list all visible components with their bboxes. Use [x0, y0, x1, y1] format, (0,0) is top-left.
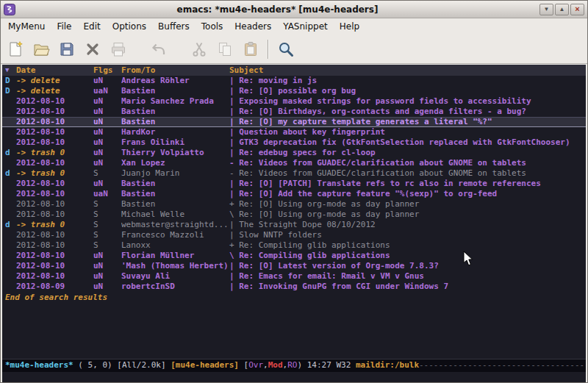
menu-mymenu[interactable]: MyMenu — [2, 18, 51, 35]
message-date: 2012-08-10 — [16, 251, 93, 261]
message-row[interactable]: 2012-08-10 uN 'Mash (Thomas Herbert) | R… — [2, 261, 586, 271]
message-flags: uaN — [93, 86, 121, 96]
message-mark — [5, 96, 16, 107]
message-mark — [5, 251, 16, 261]
message-row[interactable]: 2012-08-10 uN Florian Müllner \ Re: Comp… — [2, 251, 586, 261]
message-flags: uN — [93, 96, 121, 107]
message-flags: uaN — [93, 189, 121, 199]
message-date: 2012-08-10 — [16, 179, 93, 189]
message-from: Lanoxx — [121, 240, 229, 251]
message-row[interactable]: 2012-08-10 uN Xan Lopez - Re: Videos fro… — [2, 158, 586, 168]
menu-bar: MyMenuFileEditOptionsBuffersToolsHeaders… — [1, 18, 587, 35]
message-row[interactable]: 2012-08-10 uN HardKor | Question about k… — [2, 127, 586, 137]
echo-area[interactable] — [2, 372, 586, 382]
menu-edit[interactable]: Edit — [78, 18, 107, 35]
message-row[interactable]: 2012-08-10 uaN Bastien | Re: [O] Add the… — [2, 189, 586, 199]
modeline-buffer: *mu4e-headers* — [5, 360, 74, 370]
message-flags: uN — [93, 137, 121, 148]
message-mark: D — [5, 76, 16, 86]
message-row[interactable]: 2012-08-10 uN Suvayu Ali | Re: Emacs for… — [2, 271, 586, 282]
save-buffer-button[interactable] — [56, 38, 78, 60]
message-row[interactable]: 2012-08-10 uN Bastien | Re: [O] [PATCH] … — [2, 179, 586, 189]
message-mark — [5, 158, 16, 168]
mode-line[interactable]: *mu4e-headers* ( 5, 0) [All/2.0k] [mu4e-… — [2, 359, 586, 372]
message-date: 2012-08-10 — [16, 230, 93, 240]
message-from: Michael Welle — [121, 210, 229, 220]
message-row[interactable]: 2012-08-10 uN Bastien | Re: [O] my captu… — [2, 117, 586, 127]
menu-headers[interactable]: Headers — [229, 18, 277, 35]
menu-options[interactable]: Options — [107, 18, 152, 35]
message-from: robertcInSD — [121, 282, 229, 292]
search-button[interactable] — [275, 38, 297, 60]
modeline-mod: Mod — [268, 360, 283, 370]
message-flags: uN — [93, 107, 121, 117]
message-flags: uN — [93, 127, 121, 137]
undo-button[interactable] — [148, 38, 170, 60]
column-header-from[interactable]: From/To — [121, 65, 229, 76]
message-row[interactable]: 2012-08-10 S Bastien + Re: [O] Using org… — [2, 199, 586, 210]
message-row[interactable]: D -> delete uaN Bastien | Re: [O] possib… — [2, 86, 586, 96]
kill-buffer-button[interactable] — [82, 38, 104, 60]
message-flags: S — [93, 220, 121, 230]
message-subject: | GTK3 deprecation fix (GtkFontSelection… — [229, 137, 586, 148]
message-row[interactable]: 2012-08-10 uN Bastien | Re: [O] Birthday… — [2, 107, 586, 117]
message-date: 2012-08-10 — [16, 127, 93, 137]
mu4e-headers-buffer: ▼ Date Flgs From/To Subject D -> delete … — [1, 64, 587, 382]
paste-clipboard-icon — [242, 40, 259, 58]
sort-direction-icon[interactable]: ▼ — [5, 65, 16, 76]
message-from: Suvayu Ali — [121, 271, 229, 282]
message-row[interactable]: 2012-08-10 S Lanoxx + Re: Compiling glib… — [2, 240, 586, 251]
print-buffer-button[interactable] — [107, 38, 129, 60]
message-date: 2012-08-10 — [16, 107, 93, 117]
minimize-button[interactable]: ▼ — [539, 4, 553, 15]
message-row[interactable]: 2012-08-10 S Francesco Mazzoli | Slow NN… — [2, 230, 586, 240]
open-file-button[interactable] — [30, 38, 52, 60]
undo-arrow-icon — [150, 40, 168, 58]
menu-buffers[interactable]: Buffers — [152, 18, 196, 35]
message-subject: + Re: [O] Using org-mode as day planner — [229, 199, 586, 210]
message-mark — [5, 189, 16, 199]
message-mark — [5, 107, 16, 117]
menu-help[interactable]: Help — [334, 18, 365, 35]
message-row[interactable]: 2012-08-10 S Michael Welle \ Re: [O] Usi… — [2, 210, 586, 220]
message-from: 'Mash (Thomas Herbert) — [121, 261, 229, 271]
message-subject: | Re: edebug specs for cl-loop — [229, 148, 586, 158]
close-button[interactable]: × — [570, 4, 584, 15]
message-row[interactable]: 2012-08-09 uN robertcInSD | Re: Invoking… — [2, 282, 586, 292]
menu-file[interactable]: File — [51, 18, 77, 35]
printer-icon — [110, 40, 127, 58]
message-row[interactable]: d -> trash 0 S webmaster@straightd... | … — [2, 220, 586, 230]
message-subject: | Re: [O] my capture template generates … — [229, 117, 586, 127]
message-from: HardKor — [121, 127, 229, 137]
message-date: -> delete — [16, 86, 93, 96]
paste-button[interactable] — [240, 38, 262, 60]
end-of-search-results: End of search results — [2, 292, 586, 303]
message-subject: | Re: [O] Latest version of Org-mode 7.8… — [229, 261, 586, 271]
message-row[interactable]: 2012-08-10 uN Frans Oilinki | GTK3 depre… — [2, 137, 586, 148]
column-header-date[interactable]: Date — [16, 65, 93, 76]
message-row[interactable]: 2012-08-10 uN Mario Sanchez Prada | Expo… — [2, 96, 586, 107]
maximize-button[interactable]: ▲ — [555, 4, 569, 15]
column-header-subject[interactable]: Subject — [229, 65, 586, 76]
window-title: emacs: *mu4e-headers* [mu4e-headers] — [18, 4, 537, 15]
new-file-button[interactable] — [4, 38, 26, 60]
modeline-plain: ( 5, 0) — [74, 360, 118, 370]
message-flags: S — [93, 240, 121, 251]
message-mark: d — [5, 168, 16, 179]
message-from: Frans Oilinki — [121, 137, 229, 148]
modeline-plain: 14:27 — [307, 360, 337, 370]
message-subject: | Re: Invoking GnuPG from CGI under Wind… — [229, 282, 586, 292]
titlebar[interactable]: emacs: *mu4e-headers* [mu4e-headers] ▼▲× — [1, 1, 587, 18]
menu-tools[interactable]: Tools — [196, 18, 229, 35]
scissors-icon — [190, 40, 208, 58]
column-header-flags[interactable]: Flgs — [93, 65, 121, 76]
message-row[interactable]: D -> delete uN Andreas Röhler | Re: movi… — [2, 76, 586, 86]
cut-button[interactable] — [188, 38, 210, 60]
message-flags: uN — [93, 117, 121, 127]
message-row[interactable]: d -> trash 0 S Juanjo Marin - Re: Videos… — [2, 168, 586, 179]
message-flags: uN — [93, 282, 121, 292]
message-subject: | Re: moving in js — [229, 76, 586, 86]
message-row[interactable]: d -> trash 0 uN Thierry Volpiatto | Re: … — [2, 148, 586, 158]
copy-button[interactable] — [214, 38, 236, 60]
menu-yasnippet[interactable]: YASnippet — [277, 18, 334, 35]
